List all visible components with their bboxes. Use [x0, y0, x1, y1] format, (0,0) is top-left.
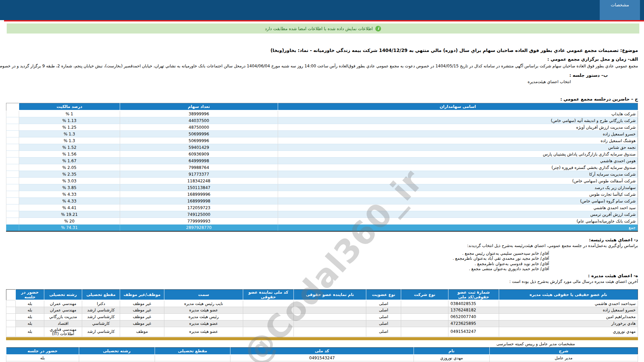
section-a-body: مجمع عمومي عادي بطور فوق العاده صاحبان س… — [6, 64, 638, 68]
spacer-cell — [6, 204, 19, 211]
cell: % 4.33 — [19, 198, 120, 204]
cell: % 19.21 — [19, 211, 120, 218]
cell — [243, 307, 294, 313]
spacer-cell — [6, 307, 16, 313]
board-members-table: نام عضو حقیقی یا حقوقی هیئت مدیرهشمارۀ ث… — [6, 289, 638, 337]
spacer-cell — [6, 178, 19, 184]
notice-text: اطلاعات نمایش داده شده با اطلاعات امضا ش… — [265, 26, 373, 31]
cell: 150113847 — [120, 184, 278, 191]
cell: شرکت آسفالت طوس (سهامي خاص) — [278, 178, 638, 184]
section-d-body: براساس رأي‌گیري به‌عمل‌آمده در جلسه مجمع… — [6, 243, 638, 248]
table-row: هومن احمدي هاشمي64999998% 1.67 — [6, 158, 638, 164]
cell: عضو هیئت مدیره — [164, 327, 243, 337]
cell: غیر موظف — [120, 300, 164, 307]
tab-specifications[interactable]: مشخصات — [600, 0, 640, 20]
main-content: @Codal360_ir موضوع: تصمیمات مجمع عمومي ع… — [0, 48, 644, 362]
table-header-row: شرحنامکد ملیمقطع تحصیلیرشته تحصیلیحضور د… — [6, 347, 638, 355]
table-total-row: جمع 2897928770 % 74.31 — [6, 225, 638, 231]
cell: بله — [16, 300, 44, 307]
cell: کارشناسي ارشد — [82, 313, 120, 320]
cell — [293, 300, 366, 307]
cell: کارشناسي ارشد — [82, 307, 120, 313]
column-header: مقطع تحصیلی — [155, 347, 230, 355]
cell: % 1 — [19, 111, 120, 117]
cell — [401, 320, 448, 327]
cell: 79988764 — [120, 164, 278, 171]
cell — [401, 313, 448, 320]
cell: بله — [16, 313, 44, 320]
table-row: هوشنگ اسمعیل زاده50699996% 1.3 — [6, 137, 638, 144]
total-shares: 2897928770 — [120, 225, 278, 231]
cell — [401, 300, 448, 307]
column-header: حضور در جلسه — [6, 347, 79, 355]
cell: 50699996 — [120, 137, 278, 144]
cell: % 20 — [19, 218, 120, 225]
section-e-body: آخرین اعضاي هیئت مدیره درسال مالی مورد گ… — [6, 279, 638, 284]
cell: اصلی — [366, 327, 401, 337]
column-header: حضور در جلسه — [16, 289, 44, 300]
cell: شرکت مدیریت ارزش آفرینان آویژه — [278, 124, 638, 131]
cell — [401, 327, 448, 337]
column-header: شرح — [489, 347, 638, 355]
cell: 38999996 — [120, 111, 278, 117]
ceo-audit-table: شرحنامکد ملیمقطع تحصیلیرشته تحصیلیحضور د… — [6, 347, 638, 362]
cell: اصلی — [366, 307, 401, 313]
info-icon: i — [375, 26, 381, 32]
table-row: خسرو اسمعیل زاده50699996% 1.3 — [6, 131, 638, 137]
cell: % 1.56 — [19, 151, 120, 158]
column-header: نوع عضویت — [366, 289, 401, 300]
gold-divider — [6, 337, 638, 340]
spacer-cell — [6, 137, 19, 144]
spacer-cell — [6, 158, 19, 164]
cell: مهندسي عمران — [44, 300, 82, 307]
cell: کارشناسي ارشد — [82, 327, 120, 337]
presidium-member: آقاي/ خانم نوید قدوسي به‌عنوان ناظرمجمع … — [6, 261, 638, 267]
table-row: شرکت آسفالت طوس (سهامي خاص)118342248% 3.… — [6, 178, 638, 184]
spacer-cell — [6, 111, 19, 117]
cell: شرکت بازرگاني طرح و اندیشه آتیه (سهامي خ… — [278, 117, 638, 124]
cell: 0491543247 — [448, 327, 499, 337]
cell: شرکت بانک خاورمیانه(سهامي عام) — [278, 218, 638, 225]
red-divider — [4, 20, 644, 21]
spacer-cell — [6, 300, 16, 307]
cell: % 1.52 — [19, 144, 120, 151]
cell: بله — [16, 320, 44, 327]
cell — [293, 307, 366, 313]
cell: % 1.25 — [19, 124, 120, 131]
cell: % 2.05 — [19, 164, 120, 171]
column-header: اسامی سهامداران — [278, 103, 638, 111]
cell: 1376248182 — [448, 307, 499, 313]
column-header: رشته تحصیلی — [44, 289, 82, 300]
column-header: کد ملی نماینده عضو حقوقی — [243, 289, 294, 300]
cell: نایب رئیس هیئت مدیره — [164, 300, 243, 307]
column-header: نوع شرکت — [401, 289, 448, 300]
table-row: صندوق سرمایه گذاري بخشي گستره فیروزه (چت… — [6, 164, 638, 171]
spacer-cell — [6, 191, 19, 198]
signature-match-notice: i اطلاعات نمایش داده شده با اطلاعات امضا… — [7, 23, 639, 34]
cell: خسرو اسمعیل زاده — [499, 307, 638, 313]
cell: مدیریت بازرگاني — [44, 313, 82, 320]
table-row: نجمه حق شناس59401429% 1.52 — [6, 144, 638, 151]
cell: صندوق سرمایه گذاري بازارگرداني پاداش پشت… — [278, 151, 638, 158]
spacer-cell — [6, 289, 16, 300]
table-row: سید احمد احمدي هاشمي172059723% 4.41 — [6, 204, 638, 211]
spacer-cell — [6, 103, 19, 111]
cell: بله — [6, 355, 79, 361]
cell: غیر موظف — [120, 320, 164, 327]
table-row: شرکت بازرگاني طرح و اندیشه آتیه (سهامي خ… — [6, 117, 638, 124]
cell: شرکت کیاآسا تجارت طوس — [278, 191, 638, 198]
cell: % 1.67 — [19, 158, 120, 164]
cell: رئیس هیئت مدیره — [164, 313, 243, 320]
table-row: شرکت ارزش آفرین ترمس749125000% 19.21 — [6, 211, 638, 218]
table-row: محمدابراهیم امین0652007740اصلیرئیس هیئت … — [6, 313, 638, 320]
spacer-cell — [6, 131, 19, 137]
cell: دکترا — [82, 300, 120, 307]
spacer-cell — [6, 218, 19, 225]
cell: مهندسي عمران — [44, 307, 82, 313]
table-row: سهامداران زیر یک درصد150113847% 3.85 — [6, 184, 638, 191]
cell: خسرو اسمعیل زاده — [278, 131, 638, 137]
spacer-cell — [6, 313, 16, 320]
cell: 48750000 — [120, 124, 278, 131]
cell: عضو هیئت مدیره — [164, 320, 243, 327]
total-percent: % 74.31 — [19, 225, 120, 231]
